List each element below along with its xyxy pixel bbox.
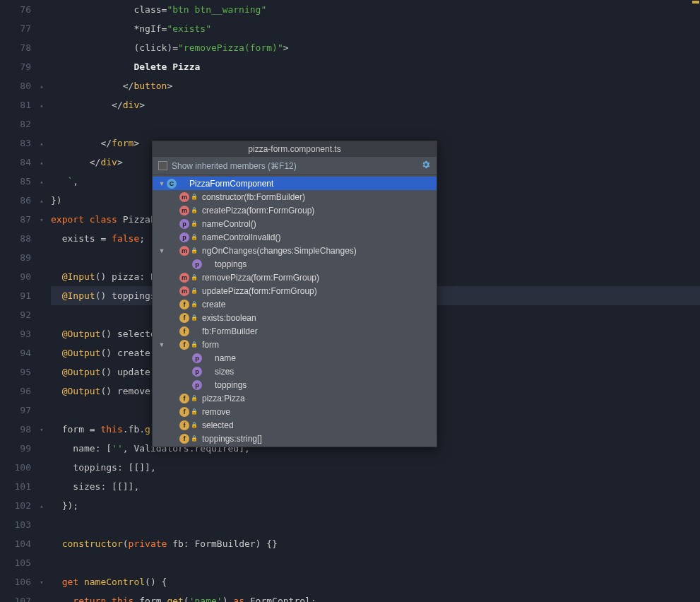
code-line[interactable]: constructor(private fb: FormBuilder) {}: [51, 534, 700, 553]
structure-item[interactable]: f🔒exists:boolean: [153, 311, 437, 324]
structure-item-label: nameControl(): [202, 219, 256, 229]
line-number-gutter: 7677787980818283848586878889909192939495…: [0, 0, 37, 602]
lock-icon: 🔒: [191, 314, 199, 321]
code-line[interactable]: </div>: [51, 95, 700, 114]
fold-open-icon[interactable]: ▾: [38, 216, 45, 223]
lock-icon: 🔒: [191, 341, 199, 348]
line-number: 105: [0, 553, 31, 572]
line-number: 90: [0, 267, 31, 286]
expander-icon[interactable]: ▼: [157, 180, 167, 187]
structure-item[interactable]: f🔒toppings:string[]: [153, 432, 437, 445]
p-icon: p: [192, 353, 202, 363]
structure-item[interactable]: f🔒selected: [153, 418, 437, 432]
inherited-checkbox[interactable]: [158, 161, 167, 170]
popup-title: pizza-form.component.ts: [153, 141, 437, 157]
fold-close-icon[interactable]: ▴: [38, 197, 45, 204]
code-line[interactable]: *ngIf="exists": [51, 19, 700, 38]
fold-column[interactable]: ▴▴▴▴▴▴▾▾▴▾: [37, 0, 48, 602]
code-line[interactable]: Delete Pizza: [51, 57, 700, 76]
line-number: 91: [0, 286, 31, 305]
fold-close-icon[interactable]: ▴: [38, 159, 45, 166]
structure-item-label: removePizza(form:FormGroup): [202, 273, 319, 283]
p-icon: p: [192, 367, 202, 377]
code-line[interactable]: class="btn btn__warning": [51, 0, 700, 19]
line-number: 94: [0, 343, 31, 362]
code-line[interactable]: [51, 114, 700, 134]
line-number: 103: [0, 515, 31, 534]
structure-item-label: nameControlInvalid(): [202, 232, 280, 242]
expander-icon[interactable]: ▼: [157, 247, 167, 254]
structure-item-label: exists:boolean: [202, 313, 256, 323]
structure-item[interactable]: psizes: [153, 365, 437, 378]
line-number: 87: [0, 210, 31, 229]
fold-open-icon[interactable]: ▾: [38, 426, 45, 433]
fold-close-icon[interactable]: ▴: [38, 102, 45, 109]
code-line[interactable]: [51, 553, 700, 572]
structure-item-label: create: [202, 300, 225, 309]
structure-item[interactable]: pname: [153, 351, 437, 365]
structure-item[interactable]: ▼f🔒form: [153, 338, 437, 351]
structure-item[interactable]: m🔒createPizza(form:FormGroup): [153, 203, 437, 217]
structure-item-label: pizza:Pizza: [202, 394, 245, 403]
fold-close-icon[interactable]: ▴: [38, 178, 45, 185]
structure-item[interactable]: p🔒nameControl(): [153, 217, 437, 230]
structure-item[interactable]: f🔒create: [153, 297, 437, 311]
structure-item[interactable]: ▼CPizzaFormComponent: [153, 177, 437, 190]
code-line[interactable]: });: [51, 496, 700, 515]
lock-icon: 🔒: [191, 234, 199, 240]
code-line[interactable]: return this.form.get('name') as FormCont…: [51, 591, 700, 602]
structure-item[interactable]: ptoppings: [153, 257, 437, 271]
structure-item-label: name: [215, 353, 236, 363]
fold-close-icon[interactable]: ▴: [38, 83, 45, 90]
line-number: 104: [0, 534, 31, 553]
f-icon: f: [179, 420, 189, 430]
line-number: 85: [0, 172, 31, 191]
structure-item[interactable]: m🔒constructor(fb:FormBuilder): [153, 190, 437, 203]
file-structure-popup: pizza-form.component.ts Show inherited m…: [152, 141, 437, 447]
line-number: 82: [0, 114, 31, 134]
code-line[interactable]: (click)="removePizza(form)">: [51, 38, 700, 57]
structure-item[interactable]: ffb:FormBuilder: [153, 324, 437, 338]
fold-close-icon[interactable]: ▴: [38, 502, 45, 509]
expander-icon[interactable]: ▼: [157, 341, 167, 348]
p-icon: p: [179, 219, 189, 229]
structure-item[interactable]: p🔒nameControlInvalid(): [153, 230, 437, 244]
popup-toolbar: Show inherited members (⌘F12): [153, 157, 437, 175]
gear-icon[interactable]: [421, 160, 431, 172]
structure-item-label: fb:FormBuilder: [202, 326, 258, 336]
line-number: 81: [0, 95, 31, 114]
minimap-warning-marker[interactable]: [692, 1, 699, 4]
p-icon: p: [192, 259, 202, 269]
structure-tree[interactable]: ▼CPizzaFormComponentm🔒constructor(fb:For…: [153, 175, 437, 447]
code-line[interactable]: sizes: [[]],: [51, 477, 700, 496]
f-icon: f: [179, 340, 189, 350]
structure-item-label: ngOnChanges(changes:SimpleChanges): [202, 246, 357, 256]
code-line[interactable]: [51, 515, 700, 534]
structure-item-label: constructor(fb:FormBuilder): [202, 192, 305, 202]
structure-item[interactable]: f🔒pizza:Pizza: [153, 391, 437, 405]
code-line[interactable]: get nameControl() {: [51, 572, 700, 591]
line-number: 97: [0, 401, 31, 420]
structure-item[interactable]: ptoppings: [153, 378, 437, 391]
line-number: 83: [0, 134, 31, 153]
code-line[interactable]: toppings: [[]],: [51, 458, 700, 477]
line-number: 92: [0, 305, 31, 324]
fold-open-icon[interactable]: ▾: [38, 579, 45, 586]
structure-item[interactable]: m🔒updatePizza(form:FormGroup): [153, 284, 437, 297]
fold-close-icon[interactable]: ▴: [38, 140, 45, 147]
structure-item[interactable]: m🔒removePizza(form:FormGroup): [153, 271, 437, 284]
structure-item[interactable]: ▼m🔒ngOnChanges(changes:SimpleChanges): [153, 244, 437, 257]
lock-icon: 🔒: [191, 194, 199, 200]
line-number: 100: [0, 458, 31, 477]
lock-icon: 🔒: [191, 395, 199, 401]
structure-item-label: PizzaFormComponent: [189, 179, 273, 189]
structure-item-label: toppings:string[]: [202, 434, 262, 444]
m-icon: m: [179, 273, 189, 283]
line-number: 80: [0, 76, 31, 95]
line-number: 79: [0, 57, 31, 76]
structure-item-label: toppings: [215, 380, 247, 390]
structure-item-label: form: [202, 340, 219, 350]
structure-item-label: remove: [202, 407, 230, 417]
code-line[interactable]: </button>: [51, 76, 700, 95]
structure-item[interactable]: f🔒remove: [153, 405, 437, 418]
